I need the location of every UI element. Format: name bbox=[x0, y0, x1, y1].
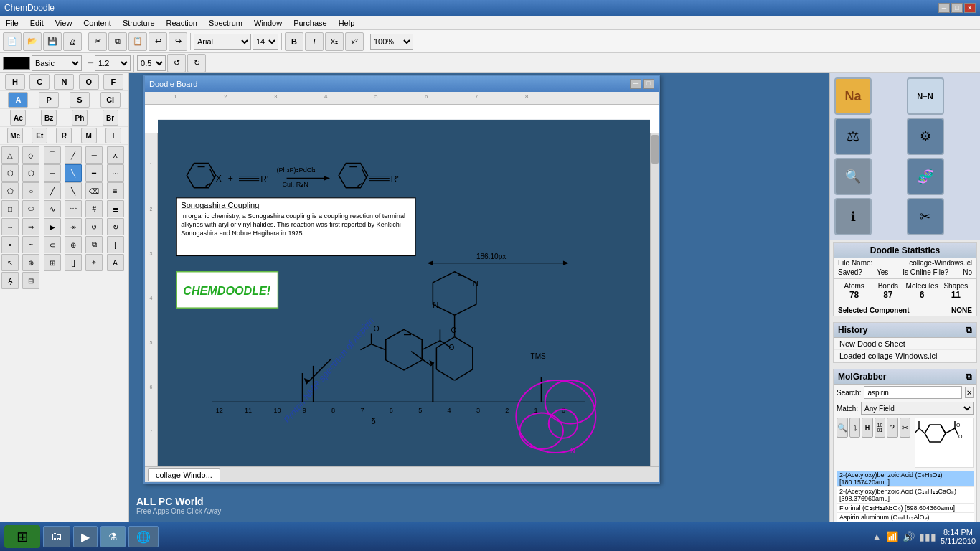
tool-arrow4[interactable]: ↠ bbox=[65, 218, 82, 235]
undo-arrow[interactable]: ↺ bbox=[167, 54, 186, 72]
elem-S[interactable]: S bbox=[70, 92, 90, 108]
clock[interactable]: 8:14 PM 5/11/2010 bbox=[941, 528, 976, 545]
print-button[interactable]: 🖨 bbox=[63, 32, 82, 51]
history-item-1[interactable]: New Doodle Sheet bbox=[834, 338, 976, 350]
close-button[interactable]: ✕ bbox=[964, 3, 976, 13]
tool-copy2[interactable]: ⧉ bbox=[85, 236, 103, 253]
tool-backslash[interactable]: ╲ bbox=[65, 182, 82, 199]
bold-button[interactable]: B bbox=[285, 32, 303, 51]
tool-text-A2[interactable]: Ạ bbox=[1, 272, 19, 289]
tool-special1[interactable]: ⌖ bbox=[85, 254, 103, 271]
speaker-icon[interactable]: 🔊 bbox=[903, 531, 915, 542]
taskbar-chemdoodle[interactable]: ⚗ bbox=[100, 526, 126, 547]
elem-Me[interactable]: Me bbox=[7, 128, 23, 143]
tool-triangle[interactable]: △ bbox=[1, 146, 19, 164]
tool-hash[interactable]: # bbox=[85, 200, 103, 217]
menu-view[interactable]: View bbox=[50, 17, 78, 29]
elem-N[interactable]: N bbox=[54, 74, 74, 90]
menu-reaction[interactable]: Reaction bbox=[161, 17, 203, 29]
thickness-select[interactable]: 1.2 bbox=[95, 55, 131, 71]
elem-Cl[interactable]: Cl bbox=[100, 92, 121, 108]
tool-arrow3[interactable]: ▶ bbox=[44, 218, 61, 235]
mol-result-3[interactable]: Aspirin aluminum (C₁₈H₁₅AlO₉) [402.28783… bbox=[837, 513, 974, 522]
font-select[interactable]: Arial bbox=[194, 34, 251, 50]
paste-button[interactable]: 📋 bbox=[128, 32, 147, 51]
tool-wave2[interactable]: 〰 bbox=[65, 200, 82, 217]
elem-F[interactable]: F bbox=[103, 74, 123, 90]
redo-arrow[interactable]: ↻ bbox=[187, 54, 206, 72]
tool-square[interactable]: □ bbox=[1, 200, 19, 217]
elem-M[interactable]: M bbox=[81, 128, 97, 143]
elem-Bz[interactable]: Bz bbox=[41, 110, 57, 126]
mol-help-btn[interactable]: ? bbox=[887, 418, 897, 438]
tool-hexagon[interactable]: ⬡ bbox=[22, 164, 39, 182]
elem-A[interactable]: A bbox=[8, 92, 28, 108]
tool-dotted[interactable]: ⋯ bbox=[107, 164, 124, 182]
tool-special2[interactable]: ⊟ bbox=[22, 272, 39, 289]
minimize-button[interactable]: ─ bbox=[938, 3, 950, 13]
taskbar-globe[interactable]: 🌐 bbox=[128, 526, 159, 547]
elem-C[interactable]: C bbox=[29, 74, 50, 90]
menu-spectrum[interactable]: Spectrum bbox=[203, 17, 248, 29]
tool-triple[interactable]: ≡ bbox=[107, 182, 124, 199]
nav-icon-info[interactable]: ℹ bbox=[834, 198, 872, 235]
cut-button[interactable]: ✂ bbox=[88, 32, 107, 51]
nav-icon-molecule[interactable]: ⚙ bbox=[907, 118, 944, 155]
mol-result-2[interactable]: Fiorinal (C₂₅H₃₄N₂O₉) [598.604360amu] bbox=[837, 504, 974, 513]
mol-import-btn[interactable]: ⤵ bbox=[849, 418, 860, 438]
tool-slash[interactable]: ╱ bbox=[44, 182, 61, 199]
tool-wave1[interactable]: ∿ bbox=[44, 200, 61, 217]
start-button[interactable]: ⊞ bbox=[4, 525, 40, 548]
tool-hexagon-o[interactable]: ⬡ bbox=[1, 164, 19, 182]
menu-edit[interactable]: Edit bbox=[24, 17, 50, 29]
nav-icon-scissors[interactable]: ✂ bbox=[907, 198, 944, 235]
mol-search-input[interactable] bbox=[864, 386, 962, 399]
mol-result-0[interactable]: 2-(Acetyloxy)benzoic Acid (C₉H₈O₄) [180.… bbox=[837, 471, 974, 487]
tool-cyclic2[interactable]: ↻ bbox=[107, 218, 124, 235]
new-button[interactable]: 📄 bbox=[3, 32, 22, 51]
tool-branch[interactable]: ⋏ bbox=[107, 146, 124, 164]
italic-button[interactable]: I bbox=[305, 32, 324, 51]
tool-dot[interactable]: • bbox=[1, 236, 19, 253]
tool-plus[interactable]: ⊕ bbox=[65, 236, 82, 253]
tool-bracket[interactable]: [ bbox=[107, 236, 124, 253]
mol-search-btn[interactable]: 🔍 bbox=[837, 418, 848, 438]
redo-button[interactable]: ↪ bbox=[169, 32, 187, 51]
tool-oval[interactable]: ⬭ bbox=[22, 200, 39, 217]
mol-text-btn[interactable]: H bbox=[862, 418, 872, 438]
copy-button[interactable]: ⧉ bbox=[108, 32, 127, 51]
nav-icon-na[interactable]: Na bbox=[834, 77, 872, 115]
elem-Ph[interactable]: Ph bbox=[72, 110, 88, 126]
superscript-button[interactable]: x² bbox=[345, 32, 364, 51]
tool-bold-line[interactable]: ━ bbox=[85, 164, 103, 182]
history-collapse-icon[interactable]: ⧉ bbox=[966, 325, 972, 335]
tool-diamond[interactable]: ◇ bbox=[22, 146, 39, 164]
tool-eraser[interactable]: ⌫ bbox=[85, 182, 103, 199]
nav-icon-nn[interactable]: N≡N bbox=[907, 77, 944, 115]
tool-line2[interactable]: ─ bbox=[85, 146, 103, 164]
tool-line1[interactable]: ╱ bbox=[65, 146, 82, 164]
mol-result-1[interactable]: 2-(Acetyloxy)benzoic Acid (C₁₈H₁₄CaO₈) [… bbox=[837, 487, 974, 504]
open-button[interactable]: 📂 bbox=[23, 32, 42, 51]
tool-lines[interactable]: ≣ bbox=[107, 200, 124, 217]
scrollbar[interactable] bbox=[650, 133, 659, 482]
zoom-select[interactable]: 100% bbox=[370, 34, 413, 50]
doodle-canvas[interactable]: 1 2 3 4 5 6 7 bbox=[145, 105, 659, 482]
mol-binary-btn[interactable]: 1001 bbox=[875, 418, 885, 438]
menu-help[interactable]: Help bbox=[333, 17, 361, 29]
tool-arrow2[interactable]: ⇒ bbox=[22, 218, 39, 235]
nav-icon-balance[interactable]: ⚖ bbox=[834, 118, 872, 155]
menu-file[interactable]: File bbox=[0, 17, 24, 29]
elem-P[interactable]: P bbox=[39, 92, 59, 108]
maximize-button[interactable]: □ bbox=[951, 3, 963, 13]
menu-structure[interactable]: Structure bbox=[117, 17, 161, 29]
tool-circle[interactable]: ○ bbox=[22, 182, 39, 199]
history-item-2[interactable]: Loaded collage-Windows.icl bbox=[834, 350, 976, 362]
taskbar-media[interactable]: ▶ bbox=[73, 526, 98, 547]
doodle-minimize[interactable]: ─ bbox=[630, 79, 641, 89]
menu-content[interactable]: Content bbox=[77, 17, 117, 29]
font-size-select[interactable]: 14 bbox=[253, 34, 278, 50]
tool-ring1[interactable]: ⊞ bbox=[44, 254, 61, 271]
tool-solid-line[interactable]: ╲ bbox=[65, 164, 82, 182]
elem-I[interactable]: I bbox=[105, 128, 121, 143]
